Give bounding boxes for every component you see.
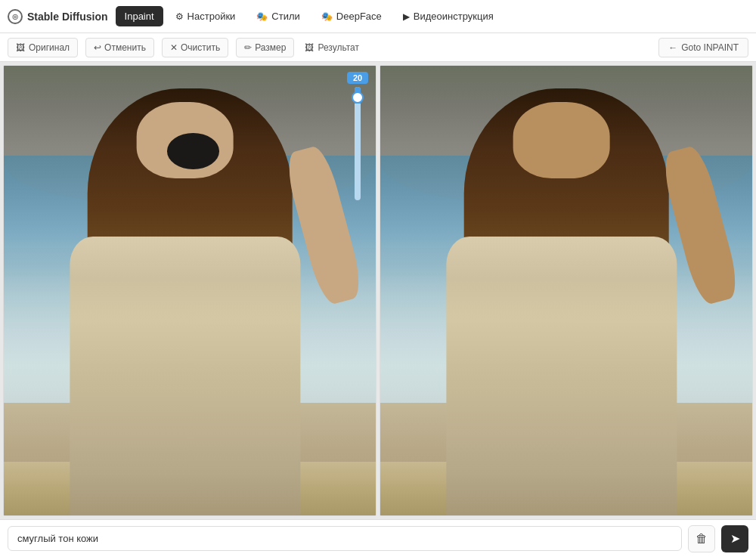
inpaint-label: Inpaint bbox=[125, 11, 154, 22]
result-image bbox=[380, 66, 752, 515]
tab-deepface[interactable]: 🎭 DeepFace bbox=[312, 6, 391, 26]
video-icon: ▶ bbox=[403, 11, 410, 22]
slider-thumb[interactable] bbox=[352, 91, 364, 104]
size-button[interactable]: ✏ Размер bbox=[236, 38, 294, 57]
bottom-bar: 🗑 ➤ bbox=[0, 519, 756, 557]
slider-value-badge: 20 bbox=[347, 72, 368, 84]
cancel-button[interactable]: ↩ Отменить bbox=[85, 38, 154, 57]
deepface-icon: 🎭 bbox=[321, 11, 333, 22]
video-label: Видеоинструкция bbox=[414, 11, 494, 22]
toolbar-left: 🖼 Оригинал ↩ Отменить ✕ Очистить ✏ Разме… bbox=[8, 38, 658, 57]
brand-title: Stable Diffusion bbox=[27, 11, 108, 23]
mask-blob bbox=[167, 133, 219, 169]
prompt-input[interactable] bbox=[8, 526, 682, 551]
result-dress bbox=[446, 237, 677, 515]
topbar: ◎ Stable Diffusion Inpaint ⚙ Настройки 🎭… bbox=[0, 0, 756, 33]
styles-label: Стили bbox=[271, 11, 299, 22]
original-label: 🖼 Оригинал bbox=[8, 38, 78, 57]
send-icon: ➤ bbox=[730, 531, 740, 546]
tab-video[interactable]: ▶ Видеоинструкция bbox=[394, 6, 503, 26]
original-panel[interactable]: 20 bbox=[3, 65, 376, 516]
dress bbox=[70, 237, 300, 515]
tab-styles[interactable]: 🎭 Стили bbox=[247, 6, 308, 26]
original-icon: 🖼 bbox=[16, 42, 25, 53]
result-label: 🖼 Результат bbox=[297, 39, 367, 57]
toolbar-right: ← Goto INPAINT bbox=[658, 38, 748, 57]
delete-button[interactable]: 🗑 bbox=[688, 525, 715, 552]
undo-icon: ↩ bbox=[94, 42, 101, 53]
trash-icon: 🗑 bbox=[696, 532, 708, 546]
slider-track[interactable] bbox=[355, 87, 361, 200]
main-content: 20 bbox=[0, 62, 756, 519]
brand-icon: ◎ bbox=[8, 9, 23, 24]
clear-button[interactable]: ✕ Очистить bbox=[162, 38, 228, 57]
size-slider-container: 20 bbox=[347, 72, 368, 200]
clear-icon: ✕ bbox=[170, 42, 178, 53]
tab-settings[interactable]: ⚙ Настройки bbox=[166, 6, 245, 26]
original-image bbox=[4, 66, 376, 515]
pencil-icon: ✏ bbox=[244, 42, 252, 53]
result-panel bbox=[380, 65, 753, 516]
result-face bbox=[513, 102, 610, 178]
settings-icon: ⚙ bbox=[175, 11, 184, 22]
goto-inpaint-button[interactable]: ← Goto INPAINT bbox=[658, 38, 748, 57]
settings-label: Настройки bbox=[187, 11, 236, 22]
tab-inpaint[interactable]: Inpaint bbox=[116, 6, 163, 26]
arrow-icon: ← bbox=[668, 42, 677, 53]
send-button[interactable]: ➤ bbox=[721, 525, 748, 552]
result-icon: 🖼 bbox=[305, 42, 314, 53]
deepface-label: DeepFace bbox=[336, 11, 382, 22]
toolbar: 🖼 Оригинал ↩ Отменить ✕ Очистить ✏ Разме… bbox=[0, 33, 756, 62]
styles-icon: 🎭 bbox=[256, 11, 268, 22]
brand: ◎ Stable Diffusion bbox=[8, 9, 108, 24]
